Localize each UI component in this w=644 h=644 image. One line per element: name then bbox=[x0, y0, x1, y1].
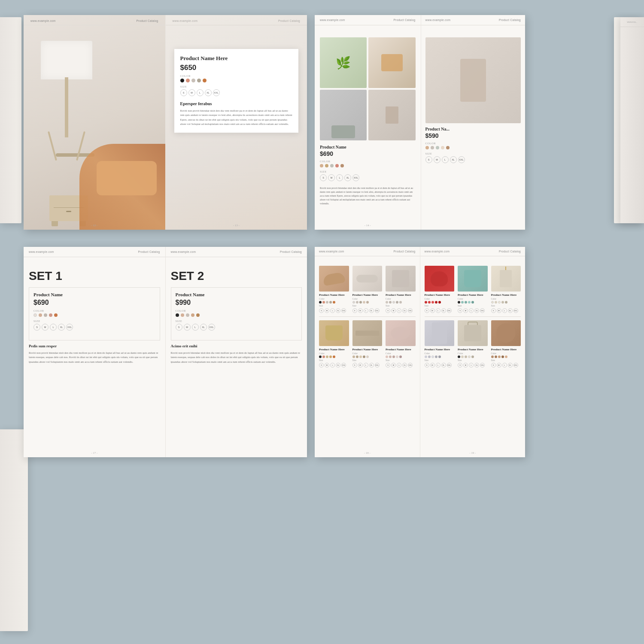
p19-s2-l[interactable]: L bbox=[469, 308, 474, 313]
p18-s2-xxl[interactable]: XXL bbox=[375, 308, 380, 313]
p19-s1-s[interactable]: S bbox=[425, 308, 429, 313]
s2-sz-l[interactable]: L bbox=[192, 324, 199, 331]
p18-d5-5[interactable] bbox=[366, 355, 369, 358]
size-s-p13[interactable]: S bbox=[180, 89, 187, 96]
s1-dot-1[interactable] bbox=[33, 313, 37, 317]
p19-s1-l[interactable]: L bbox=[436, 308, 440, 313]
p18-d2-3[interactable] bbox=[359, 301, 362, 304]
p14-dot-5[interactable] bbox=[340, 164, 344, 167]
p18-s6-l[interactable]: L bbox=[397, 363, 401, 368]
p18-d2-4[interactable] bbox=[363, 301, 365, 304]
p15-size-m[interactable]: M bbox=[434, 156, 440, 163]
p14-dot-1[interactable] bbox=[320, 164, 323, 167]
p18-s5-s[interactable]: S bbox=[352, 363, 357, 368]
p19-s4-xl[interactable]: XL bbox=[441, 363, 446, 368]
p19-d5-2[interactable] bbox=[461, 355, 464, 358]
p19-s6-s[interactable]: S bbox=[491, 363, 496, 368]
p18-s2-m[interactable]: M bbox=[358, 308, 363, 313]
p19-d6-4[interactable] bbox=[501, 355, 504, 358]
p18-s4-xl[interactable]: XL bbox=[336, 363, 340, 368]
p15-dot-5[interactable] bbox=[446, 146, 450, 149]
p18-d3-5[interactable] bbox=[399, 301, 402, 304]
p18-d5-1[interactable] bbox=[352, 355, 355, 358]
p19-s3-xl[interactable]: XL bbox=[508, 308, 513, 313]
p18-s1-xxl[interactable]: XXL bbox=[341, 308, 346, 313]
color-dot-3[interactable] bbox=[191, 79, 195, 82]
p18-d5[interactable] bbox=[333, 301, 335, 304]
s2-dot-1[interactable] bbox=[176, 313, 179, 317]
s1-dot-4[interactable] bbox=[49, 313, 52, 317]
p19-d2-3[interactable] bbox=[465, 301, 467, 304]
p18-s2-l[interactable]: L bbox=[364, 308, 368, 313]
p18-d2-2[interactable] bbox=[356, 301, 358, 304]
p19-d6-1[interactable] bbox=[491, 355, 494, 358]
p19-s6-m[interactable]: M bbox=[497, 363, 501, 368]
color-dot-5[interactable] bbox=[203, 79, 207, 82]
p14-size-s[interactable]: S bbox=[320, 174, 327, 181]
s2-dot-4[interactable] bbox=[191, 313, 194, 317]
p14-dot-4[interactable] bbox=[335, 164, 339, 167]
p18-s4-xxl[interactable]: XXL bbox=[341, 363, 346, 368]
s1-sz-s[interactable]: S bbox=[33, 324, 40, 331]
p19-s1-xxl[interactable]: XXL bbox=[447, 308, 452, 313]
p19-d1-2[interactable] bbox=[428, 301, 431, 304]
p19-d3-4[interactable] bbox=[501, 301, 504, 304]
p19-d4-4[interactable] bbox=[435, 355, 437, 358]
s1-sz-xxl[interactable]: XXL bbox=[66, 324, 73, 331]
p19-d4-2[interactable] bbox=[428, 355, 431, 358]
p18-d4[interactable] bbox=[329, 301, 332, 304]
p18-s3-s[interactable]: S bbox=[386, 308, 390, 313]
p18-d4-3[interactable] bbox=[326, 355, 328, 358]
p19-s2-m[interactable]: M bbox=[463, 308, 468, 313]
p18-d6-4[interactable] bbox=[396, 355, 398, 358]
p19-d2-1[interactable] bbox=[458, 301, 460, 304]
p19-s6-l[interactable]: L bbox=[502, 363, 507, 368]
p18-d4-2[interactable] bbox=[322, 355, 325, 358]
p19-s6-xl[interactable]: XL bbox=[508, 363, 513, 368]
p19-s4-l[interactable]: L bbox=[436, 363, 440, 368]
p18-d3-4[interactable] bbox=[396, 301, 398, 304]
p18-s5-xl[interactable]: XL bbox=[369, 363, 374, 368]
p18-d6-2[interactable] bbox=[389, 355, 392, 358]
p15-size-l[interactable]: L bbox=[442, 156, 449, 163]
p18-d4-4[interactable] bbox=[329, 355, 332, 358]
p15-size-s[interactable]: S bbox=[425, 156, 432, 163]
p18-s5-m[interactable]: M bbox=[358, 363, 363, 368]
p18-s1-xl[interactable]: XL bbox=[336, 308, 340, 313]
p15-dot-3[interactable] bbox=[436, 146, 439, 149]
p19-s1-xl[interactable]: XL bbox=[441, 308, 446, 313]
p18-d3-2[interactable] bbox=[389, 301, 392, 304]
p19-s3-l[interactable]: L bbox=[502, 308, 507, 313]
p15-dot-1[interactable] bbox=[425, 146, 429, 149]
p18-d6-3[interactable] bbox=[392, 355, 395, 358]
p19-d3-5[interactable] bbox=[505, 301, 507, 304]
p14-dot-3[interactable] bbox=[330, 164, 334, 167]
s2-dot-5[interactable] bbox=[196, 313, 200, 317]
s2-sz-xl[interactable]: XL bbox=[200, 324, 207, 331]
p19-s5-m[interactable]: M bbox=[463, 363, 468, 368]
p18-d5-2[interactable] bbox=[356, 355, 358, 358]
p19-s3-xxl[interactable]: XXL bbox=[513, 308, 518, 313]
p14-size-m[interactable]: M bbox=[328, 174, 335, 181]
p19-d6-3[interactable] bbox=[498, 355, 501, 358]
p19-d3-3[interactable] bbox=[498, 301, 501, 304]
s1-sz-m[interactable]: M bbox=[42, 324, 49, 331]
p18-d4-1[interactable] bbox=[319, 355, 322, 358]
p18-s2-xl[interactable]: XL bbox=[369, 308, 374, 313]
p18-d2-1[interactable] bbox=[352, 301, 355, 304]
p19-d3-1[interactable] bbox=[491, 301, 494, 304]
p19-s2-s[interactable]: S bbox=[458, 308, 462, 313]
p18-s5-xxl[interactable]: XXL bbox=[375, 363, 380, 368]
p19-s6-xxl[interactable]: XXL bbox=[513, 363, 518, 368]
s2-sz-xxl[interactable]: XXL bbox=[208, 324, 215, 331]
p14-dot-2[interactable] bbox=[325, 164, 328, 167]
p18-s4-l[interactable]: L bbox=[330, 363, 335, 368]
p18-s3-xl[interactable]: XL bbox=[402, 308, 407, 313]
p18-s1-m[interactable]: M bbox=[325, 308, 329, 313]
p19-d5-3[interactable] bbox=[465, 355, 467, 358]
p18-d5-3[interactable] bbox=[359, 355, 362, 358]
p18-d2[interactable] bbox=[322, 301, 325, 304]
p18-s1-s[interactable]: S bbox=[319, 308, 324, 313]
p19-d6-5[interactable] bbox=[505, 355, 507, 358]
s1-dot-2[interactable] bbox=[39, 313, 42, 317]
